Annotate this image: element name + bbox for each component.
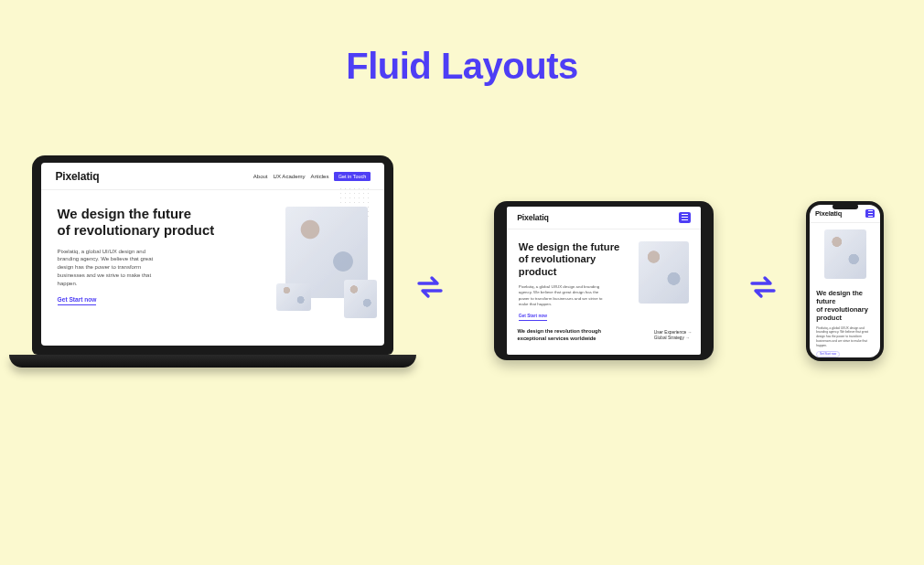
site-header: Pixelatiq About UX Academy Articles Get …	[41, 163, 384, 190]
menu-icon[interactable]	[865, 209, 875, 219]
swap-icon	[415, 274, 445, 300]
hero-section: We design the future of revolutionary pr…	[507, 229, 701, 321]
nav-articles[interactable]: Articles	[311, 174, 329, 179]
hero-photo-small	[276, 283, 311, 311]
hero-image-group	[639, 241, 689, 321]
brand-logo[interactable]: Pixelatiq	[517, 213, 548, 222]
top-nav: About UX Academy Articles Get in Touch	[253, 172, 371, 181]
brand-logo[interactable]: Pixelatiq	[55, 170, 99, 183]
phone-device: Pixelatiq We design the future of revolu…	[806, 201, 884, 361]
hero-heading: We design the future of revolutionary pr…	[58, 207, 276, 240]
laptop-device: Pixelatiq About UX Academy Articles Get …	[32, 155, 393, 368]
hero-image-group	[285, 207, 368, 305]
hero-body: Pixelatiq, a global UI/UX design and bra…	[816, 326, 874, 348]
feature-item[interactable]: User Experience →	[654, 330, 693, 335]
hero-heading: We design the future of revolutionary pr…	[519, 241, 631, 278]
hero-cta-link[interactable]: Get Start now	[58, 296, 97, 305]
nav-cta-button[interactable]: Get in Touch	[334, 172, 370, 181]
hero-section: We design the future of revolutionary pr…	[810, 223, 880, 357]
devices-stage: Pixelatiq About UX Academy Articles Get …	[0, 155, 924, 430]
menu-icon[interactable]	[679, 212, 691, 224]
hero-section: We design the future of revolutionary pr…	[41, 190, 384, 304]
hero-cta-link[interactable]: Get Start now	[519, 314, 547, 321]
site-header: Pixelatiq	[507, 207, 701, 229]
swap-icon	[748, 274, 778, 300]
hero-photo	[639, 241, 689, 304]
hero-photo-small	[344, 280, 377, 318]
hero-body: Pixelatiq, a global UI/UX design and bra…	[58, 248, 168, 288]
brand-logo[interactable]: Pixelatiq	[815, 209, 842, 218]
feature-list: User Experience → Global Strategy →	[654, 328, 701, 343]
nav-academy[interactable]: UX Academy	[274, 174, 306, 179]
hero-body: Pixelatiq, a global UI/UX design and bra…	[519, 284, 607, 308]
hero-photo	[824, 229, 866, 279]
feature-item[interactable]: Global Strategy →	[654, 336, 693, 340]
page-title: Fluid Layouts	[0, 0, 924, 87]
hero-heading: We design the future of revolutionary pr…	[816, 289, 874, 322]
tablet-device: Pixelatiq We design the future of revolu…	[494, 201, 714, 360]
section-heading: We design the revolution through excepti…	[507, 328, 612, 343]
nav-about[interactable]: About	[253, 174, 268, 179]
hero-cta-pill[interactable]: Get Start now	[816, 351, 840, 357]
